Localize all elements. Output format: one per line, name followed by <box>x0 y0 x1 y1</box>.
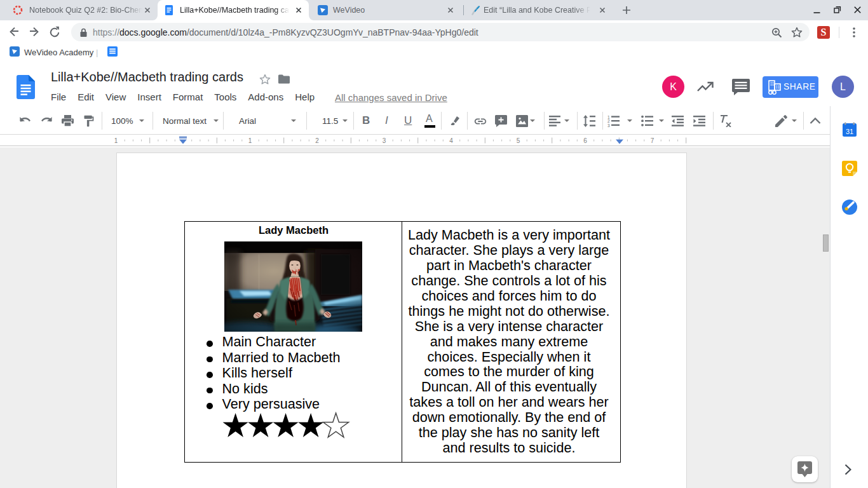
svg-text:7: 7 <box>651 137 654 144</box>
svg-text:4: 4 <box>449 137 453 144</box>
svg-text:6: 6 <box>583 137 587 144</box>
svg-text:2: 2 <box>315 137 319 144</box>
svg-text:5: 5 <box>517 137 520 144</box>
svg-text:31: 31 <box>846 128 853 135</box>
svg-text:1: 1 <box>248 137 252 144</box>
svg-text:3: 3 <box>383 137 386 144</box>
svg-text:3: 3 <box>607 123 610 128</box>
svg-text:1: 1 <box>114 137 118 144</box>
